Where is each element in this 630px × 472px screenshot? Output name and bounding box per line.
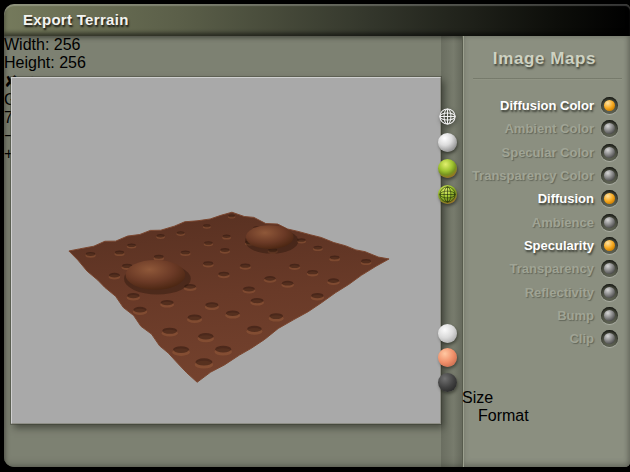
- led-off-icon: [604, 147, 615, 158]
- image-map-item[interactable]: Transparency: [463, 257, 630, 280]
- map-toggle-led[interactable]: [601, 330, 618, 347]
- image-map-item[interactable]: Diffusion: [463, 187, 630, 210]
- led-on-icon: [604, 240, 615, 251]
- terrain-preview-canvas[interactable]: [11, 77, 441, 424]
- image-map-label: Reflectivity: [525, 285, 594, 300]
- image-map-item[interactable]: Ambience: [463, 210, 630, 233]
- map-toggle-led[interactable]: [601, 284, 618, 301]
- image-map-item[interactable]: Reflectivity: [463, 280, 630, 303]
- image-map-label: Diffusion: [538, 191, 594, 206]
- image-map-label: Transparency Color: [472, 168, 594, 183]
- map-toggle-led[interactable]: [601, 260, 618, 277]
- image-map-label: Transparency: [509, 261, 594, 276]
- export-terrain-dialog: Export Terrain: [4, 4, 630, 467]
- width-label: Width:: [4, 36, 49, 53]
- led-off-icon: [604, 287, 615, 298]
- image-map-item[interactable]: Specular Color: [463, 141, 630, 164]
- size-label: Size: [462, 389, 493, 406]
- image-map-label: Ambient Color: [504, 121, 594, 136]
- image-map-label: Diffusion Color: [500, 98, 594, 113]
- image-map-label: Clip: [569, 331, 594, 346]
- map-toggle-led[interactable]: [601, 97, 618, 114]
- textured-sphere-button[interactable]: [438, 159, 457, 178]
- wireframe-sphere-icon: [438, 107, 457, 126]
- image-map-label: Specular Color: [502, 145, 594, 160]
- orange-background-button[interactable]: [438, 348, 457, 367]
- led-off-icon: [604, 263, 615, 274]
- titlebar: Export Terrain: [4, 4, 630, 36]
- map-toggle-led[interactable]: [601, 214, 618, 231]
- image-map-item[interactable]: Transparency Color: [463, 164, 630, 187]
- led-on-icon: [604, 100, 615, 111]
- image-map-label: Bump: [557, 308, 594, 323]
- image-map-item[interactable]: Diffusion Color: [463, 94, 630, 117]
- image-map-item[interactable]: Clip: [463, 327, 630, 350]
- image-maps-title: Image Maps: [463, 49, 626, 69]
- size-format-bar: Size Format: [448, 389, 630, 413]
- light-background-button[interactable]: [438, 324, 457, 343]
- screen: Export Terrain: [0, 0, 630, 472]
- image-map-item[interactable]: Bump: [463, 304, 630, 327]
- led-off-icon: [604, 170, 615, 181]
- format-label: Format: [478, 407, 529, 424]
- textured-wire-sphere-icon: [438, 185, 457, 204]
- image-map-item[interactable]: Ambient Color: [463, 117, 630, 140]
- height-value-field[interactable]: 256: [59, 54, 86, 71]
- format-section-header[interactable]: Format: [478, 407, 630, 425]
- width-value-field[interactable]: 256: [54, 36, 81, 53]
- dialog-title: Export Terrain: [4, 4, 630, 35]
- shaded-sphere-button[interactable]: [438, 133, 457, 152]
- map-toggle-led[interactable]: [601, 120, 618, 137]
- map-toggle-led[interactable]: [601, 167, 618, 184]
- terrain-render: [12, 78, 440, 423]
- map-toggle-led[interactable]: [601, 237, 618, 254]
- led-off-icon: [604, 123, 615, 134]
- led-off-icon: [604, 333, 615, 344]
- led-on-icon: [604, 193, 615, 204]
- map-toggle-led[interactable]: [601, 144, 618, 161]
- dialog-body: Image Maps Diffusion ColorAmbient ColorS…: [4, 36, 630, 467]
- map-toggle-led[interactable]: [601, 190, 618, 207]
- height-label: Height:: [4, 54, 55, 71]
- textured-wire-sphere-button[interactable]: [438, 185, 457, 204]
- image-map-label: Specularity: [524, 238, 594, 253]
- size-section-header[interactable]: Size: [462, 389, 630, 407]
- divider: [473, 78, 622, 80]
- led-off-icon: [604, 217, 615, 228]
- image-map-label: Ambience: [532, 215, 594, 230]
- led-off-icon: [604, 310, 615, 321]
- image-maps-list: Diffusion ColorAmbient ColorSpecular Col…: [463, 94, 630, 350]
- map-toggle-led[interactable]: [601, 307, 618, 324]
- image-map-item[interactable]: Specularity: [463, 234, 630, 257]
- wireframe-sphere-button[interactable]: [438, 107, 457, 126]
